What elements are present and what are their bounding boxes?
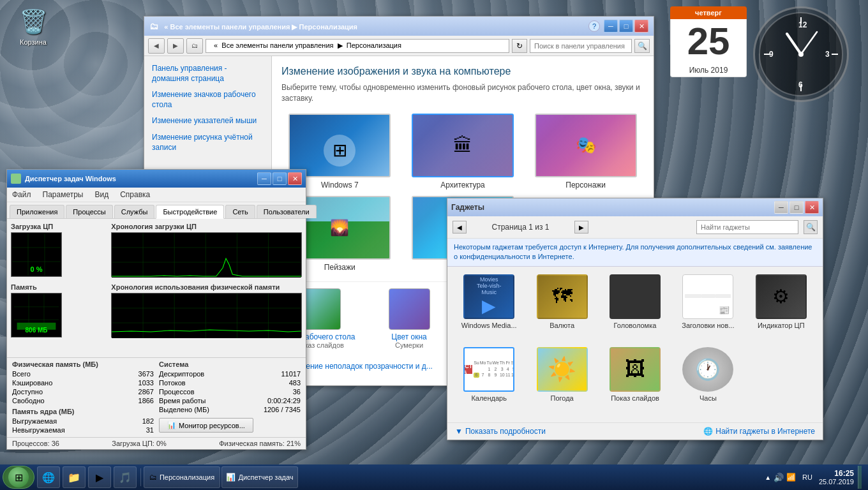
running-app-icon-1: 🗂 [149,473,157,482]
calendar-widget: четверг 25 Июль 2019 [670,6,747,77]
footer-memory: Физическая память: 21% [219,440,301,447]
network-icon[interactable]: 🔊 [774,473,784,482]
gadget-clock[interactable]: 🕐 Часы [674,347,742,415]
taskman-icon [11,174,21,184]
menu-file[interactable]: Файл [10,189,34,200]
sidebar-link-account[interactable]: Изменение рисунка учётной записи [152,133,264,152]
gadget-icon-puzzle [610,274,661,319]
footer-cpu: Загрузка ЦП: 0% [112,440,167,447]
gadget-weather[interactable]: ☀️ Погода [528,347,595,415]
color-link-sub: Сумерки [395,341,423,349]
address-input[interactable] [206,39,509,53]
gadgets-title: Гаджеты [451,203,484,212]
help-button[interactable]: ? [588,20,600,32]
maximize-button[interactable]: □ [619,20,633,33]
clock-time-display: 16:25 [819,469,854,478]
gadget-slideshow[interactable]: 🖼 Показ слайдов [601,347,669,415]
window-controls: ─ □ ✕ [604,20,648,33]
memory-meter: 806 МБ [11,293,62,338]
refresh-button[interactable]: ↻ [512,39,527,53]
theme-architecture[interactable]: 🏛 Архитектура [405,114,521,189]
color-link[interactable]: Цвет окна Сумерки [371,288,447,349]
language-indicator[interactable]: RU [800,472,815,482]
gadget-currency[interactable]: 🗺 Валюта [528,274,595,342]
sound-icon[interactable]: 📶 [786,473,796,482]
processes-count-value: 36 [293,388,301,396]
gadget-windows-media[interactable]: Movies Tele-vish- Music ▶ Windows Media.… [455,274,523,342]
system-clock[interactable]: 16:25 25.07.2019 [819,469,854,486]
tab-network[interactable]: Сеть [225,205,255,218]
theme-preview-arch: 🏛 [412,114,514,177]
gadget-label-cpu-meter: Индикатор ЦП [758,322,805,329]
menu-help[interactable]: Справка [117,189,153,200]
taskman-close[interactable]: ✕ [288,172,302,185]
forward-button[interactable]: ▶ [167,38,184,54]
menu-options[interactable]: Параметры [40,189,86,200]
gadgets-minimize[interactable]: ─ [774,201,788,214]
tray-arrow-icon[interactable]: ▲ [765,474,771,481]
gadget-cpu-meter[interactable]: ⚙ Индикатор ЦП [747,274,815,342]
search-button[interactable]: 🔍 [634,39,650,53]
gadget-icon-currency: 🗺 [537,274,588,319]
sidebar-link-mouse[interactable]: Изменение указателей мыши [152,116,264,126]
close-button[interactable]: ✕ [634,20,648,33]
color-link-label[interactable]: Цвет окна [391,332,426,341]
back-button[interactable]: ◀ [148,38,165,54]
threads-value: 483 [289,379,301,387]
show-details-button[interactable]: ▼ Показать подробности [455,427,546,436]
page-prev-button[interactable]: ◀ [453,221,467,234]
recycle-bin-icon[interactable]: 🗑️ Корзина [13,6,54,46]
search-input[interactable] [530,39,632,53]
calendar-month-year: Июль 2019 [670,64,747,77]
taskbar-explorer-button[interactable]: 📁 [63,466,86,488]
taskbar-media-button[interactable]: ▶ [88,466,111,488]
taskbar-active-window-1[interactable]: 🗂 Персонализация [144,466,220,488]
taskman-titlebar: Диспетчер задач Windows ─ □ ✕ [7,170,306,188]
gadget-search-button[interactable]: 🔍 [804,220,818,234]
memory-history-box: Хронология использования физической памя… [111,283,302,338]
gadget-headlines[interactable]: 📰 Заголовки нов... [674,274,742,342]
gadget-label-currency: Валюта [550,322,574,329]
find-online-button[interactable]: 🌐 Найти гаджеты в Интернете [703,427,815,436]
resource-monitor-button[interactable]: 📊 Монитор ресурсов... [159,418,253,433]
taskman-maximize[interactable]: □ [273,172,287,185]
gadgets-window: Гаджеты ─ □ ✕ ◀ Страница 1 из 1 ▶ 🔍 Неко… [447,198,823,440]
phys-mem-title: Физическая память (МБ) [12,360,154,368]
tab-processes[interactable]: Процессы [66,205,112,218]
cached-value: 1033 [138,379,154,387]
gadget-search-input[interactable] [696,220,798,234]
gadget-icon-calendar: OCT 06 SuMoTuWeThFrSa 12345 6789101112 [463,347,514,392]
taskbar-ie-button[interactable]: 🌐 [37,466,60,488]
menu-view[interactable]: Вид [92,189,111,200]
cpu-history-graph [111,232,302,277]
task-manager-window: Диспетчер задач Windows ─ □ ✕ Файл Парам… [6,169,306,450]
show-desktop-button[interactable] [858,466,862,489]
theme-characters[interactable]: 🎭 Персонажи [527,114,644,189]
gadgets-close[interactable]: ✕ [805,201,819,214]
sidebar-link-icons[interactable]: Изменение значков рабочего стола [152,90,264,110]
nonpaged-label: Невыгружаемая [12,426,65,434]
gadget-calendar[interactable]: OCT 06 SuMoTuWeThFrSa 12345 6789101112 К… [455,347,523,415]
taskman-minimize[interactable]: ─ [257,172,271,185]
sidebar-home-link[interactable]: Панель управления - домашняя страница [152,64,264,84]
tab-applications[interactable]: Приложения [10,205,64,218]
minimize-button[interactable]: ─ [604,20,618,33]
svg-rect-23 [112,233,301,278]
gadget-label-slideshow: Показ слайдов [611,394,659,402]
taskbar-player-button[interactable]: 🎵 [114,466,137,488]
monitor-icon: 📊 [167,421,176,429]
gadget-puzzle[interactable]: Головоломка [601,274,669,342]
gadgets-maximize[interactable]: □ [789,201,804,214]
address-bar: ◀ ▶ 🗂 ↻ 🔍 [144,36,654,56]
nav-icon: 🗂 [186,38,203,54]
gadget-icon-headlines: 📰 [682,274,733,319]
taskbar-active-window-2[interactable]: 📊 Диспетчер задач [221,466,298,488]
memory-box: Память 806 МБ [11,283,106,338]
page-next-button[interactable]: ▶ [574,221,588,234]
available-label: Доступно [12,388,43,396]
start-button[interactable]: ⊞ [3,466,34,489]
tab-services[interactable]: Службы [114,205,155,218]
tab-users[interactable]: Пользователи [257,205,317,218]
tab-performance[interactable]: Быстродействие [156,205,224,219]
total-label: Всего [12,370,31,378]
